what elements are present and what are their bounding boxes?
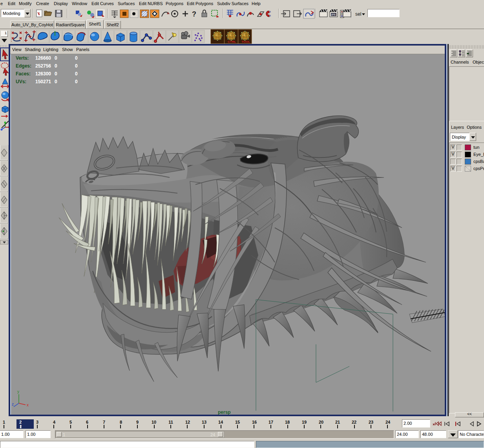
svg-text:z: z — [12, 402, 14, 406]
svg-text:x: x — [27, 403, 29, 407]
svg-text:sel: sel — [355, 11, 361, 17]
svg-text:CTRL: CTRL — [228, 40, 236, 44]
svg-text:?: ? — [192, 10, 196, 18]
svg-text:IPR: IPR — [331, 13, 336, 16]
svg-text:y: y — [17, 389, 19, 394]
svg-text:TOOL: TOOL — [241, 40, 250, 44]
